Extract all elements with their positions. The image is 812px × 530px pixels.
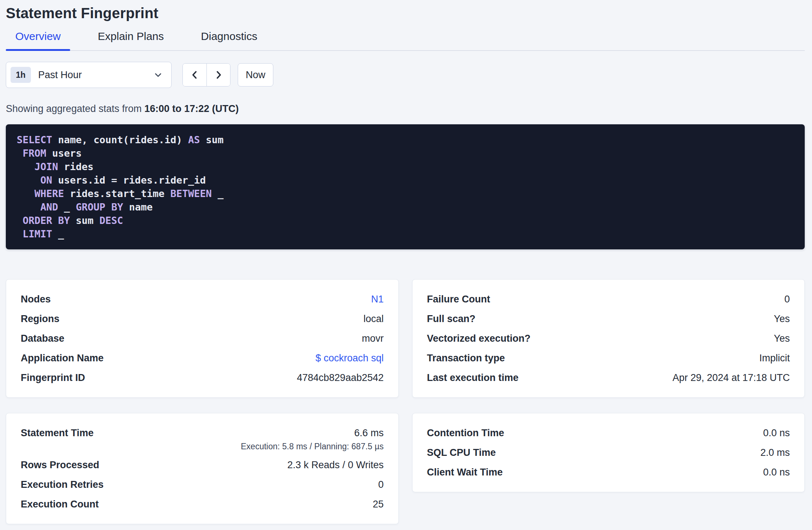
stat-value-group: Apr 29, 2024 at 17:18 UTC <box>672 372 790 384</box>
stat-value: Apr 29, 2024 at 17:18 UTC <box>672 372 790 384</box>
stat-label: Statement Time <box>21 427 94 439</box>
sql-keyword: SELECT <box>17 134 52 145</box>
stat-value: 25 <box>373 498 383 510</box>
stat-row: Vectorized execution?Yes <box>427 329 790 348</box>
stat-label: Rows Processed <box>21 459 99 471</box>
sql-line: ON users.id = rides.rider_id <box>17 173 794 187</box>
sql-text <box>17 161 35 172</box>
sql-text: rides <box>58 161 94 172</box>
stat-label: Last execution time <box>427 372 519 384</box>
stat-value: 0.0 ns <box>763 466 790 478</box>
aggregation-interval-caption: Showing aggregated stats from 16:00 to 1… <box>6 102 805 116</box>
stat-row: Failure Count0 <box>427 289 790 309</box>
sql-line: FROM users <box>17 146 794 160</box>
stat-row: Application Name$ cockroach sql <box>21 348 384 368</box>
sql-line: SELECT name, count(rides.id) AS sum <box>17 133 794 146</box>
sql-text: _ <box>212 188 224 199</box>
sql-text <box>17 228 23 240</box>
sql-line: LIMIT _ <box>17 227 794 241</box>
stat-value: Yes <box>774 313 790 325</box>
sql-keyword: JOIN <box>35 161 58 172</box>
stat-label: Client Wait Time <box>427 466 503 478</box>
stat-value: movr <box>362 332 384 345</box>
sql-text: rides.start_time <box>64 188 170 199</box>
execution-attributes-card: Failure Count0Full scan?YesVectorized ex… <box>412 279 805 398</box>
page-title: Statement Fingerprint <box>6 4 805 22</box>
stat-label: Contention Time <box>427 427 505 439</box>
sql-text: _ <box>52 228 64 240</box>
stat-value-link[interactable]: N1 <box>371 293 384 305</box>
tab-diagnostics[interactable]: Diagnostics <box>192 30 267 50</box>
stat-value-link[interactable]: $ cockroach sql <box>315 352 384 364</box>
stat-value-group: 0.0 ns <box>763 427 790 439</box>
tab-explain-plans[interactable]: Explain Plans <box>88 30 173 50</box>
statement-times-card: Statement Time6.6 msExecution: 5.8 ms / … <box>6 413 399 524</box>
sql-keyword: ORDER BY <box>23 215 70 226</box>
stat-value-group: 2.3 k Reads / 0 Writes <box>287 459 383 471</box>
stat-value: Implicit <box>759 352 790 364</box>
stat-label: Full scan? <box>427 313 476 325</box>
sql-keyword: DESC <box>100 215 123 226</box>
stat-value-group: 6.6 msExecution: 5.8 ms / Planning: 687.… <box>241 427 384 451</box>
sql-code: SELECT name, count(rides.id) AS sum FROM… <box>17 133 794 241</box>
stat-label: Regions <box>21 313 60 325</box>
stat-row: Rows Processed2.3 k Reads / 0 Writes <box>21 455 384 475</box>
stat-row: Statement Time6.6 msExecution: 5.8 ms / … <box>21 423 384 455</box>
sql-keyword: AS <box>188 134 200 145</box>
time-interval-badge: 1h <box>11 67 31 83</box>
chevron-right-icon <box>213 69 224 80</box>
sql-text: users <box>46 148 82 159</box>
stat-row: Execution Retries0 <box>21 475 384 494</box>
sql-line: AND _ GROUP BY name <box>17 200 794 214</box>
now-button[interactable]: Now <box>238 63 273 87</box>
stat-value: 4784cb829aab2542 <box>297 372 384 384</box>
stat-row: NodesN1 <box>21 289 384 309</box>
stat-value-group: Implicit <box>759 352 790 364</box>
next-time-window-button[interactable] <box>206 64 230 86</box>
stat-row: Full scan?Yes <box>427 309 790 329</box>
stat-value: 2.0 ms <box>760 446 790 459</box>
stat-value-group: $ cockroach sql <box>315 352 384 364</box>
sql-keyword: ON <box>40 174 52 186</box>
stat-value-group: N1 <box>371 293 384 305</box>
stat-label: Application Name <box>21 352 104 364</box>
sql-keyword: AND <box>40 201 58 213</box>
stat-value-group: 25 <box>373 498 383 510</box>
prev-time-window-button[interactable] <box>183 64 206 86</box>
sql-text: sum <box>70 215 99 226</box>
sql-text <box>17 148 23 159</box>
time-range-selector[interactable]: 1h Past Hour <box>6 62 172 88</box>
sql-line: WHERE rides.start_time BETWEEN _ <box>17 187 794 200</box>
sql-text <box>17 188 35 199</box>
sql-line: JOIN rides <box>17 160 794 173</box>
stat-subvalue: Execution: 5.8 ms / Planning: 687.5 µs <box>241 441 384 451</box>
stat-row: Databasemovr <box>21 329 384 348</box>
stat-value: 0 <box>784 293 790 305</box>
stat-value-group: 0.0 ns <box>763 466 790 478</box>
chevron-left-icon <box>189 69 200 80</box>
tab-bar: OverviewExplain PlansDiagnostics <box>6 30 805 51</box>
sql-text <box>17 174 40 186</box>
chevron-down-icon <box>153 70 163 80</box>
statement-details-card: NodesN1RegionslocalDatabasemovrApplicati… <box>6 279 399 398</box>
wait-times-card: Contention Time0.0 nsSQL CPU Time2.0 msC… <box>412 413 805 492</box>
sql-text: name, count(rides.id) <box>52 134 188 145</box>
statement-fingerprint-page: Statement Fingerprint OverviewExplain Pl… <box>0 0 812 530</box>
stat-row: Last execution timeApr 29, 2024 at 17:18… <box>427 368 790 388</box>
caption-prefix: Showing aggregated stats from <box>6 103 144 114</box>
stat-label: Vectorized execution? <box>427 332 531 345</box>
tab-overview[interactable]: Overview <box>6 30 70 50</box>
stat-label: Execution Count <box>21 498 99 510</box>
stat-value-group: 4784cb829aab2542 <box>297 372 384 384</box>
sql-text: _ <box>58 201 76 213</box>
stat-label: Fingerprint ID <box>21 372 85 384</box>
stat-value: Yes <box>774 332 790 345</box>
stat-label: SQL CPU Time <box>427 446 496 459</box>
sql-keyword: BETWEEN <box>170 188 212 199</box>
caption-time-range: 16:00 to 17:22 (UTC) <box>144 103 239 114</box>
stat-value-group: 2.0 ms <box>760 446 790 459</box>
stat-label: Database <box>21 332 64 345</box>
sql-statement-box: SELECT name, count(rides.id) AS sum FROM… <box>6 124 805 249</box>
stat-value: 2.3 k Reads / 0 Writes <box>287 459 383 471</box>
stat-value-group: Yes <box>774 313 790 325</box>
